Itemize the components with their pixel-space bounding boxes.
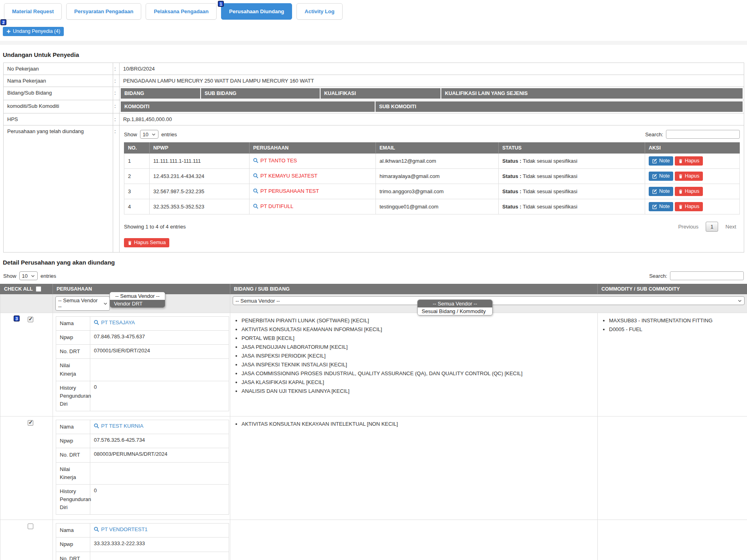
company-detail-cell: Nama PT VENDORTEST1 Npwp 33.323.333.2-22… (53, 520, 230, 560)
tab-material-request[interactable]: Material Request (4, 3, 62, 20)
commodity-list-cell (598, 416, 747, 520)
email-cell: testingque01@gmail.com (376, 199, 499, 214)
pagination: Previous 1 Next (674, 222, 740, 232)
no-cell: 4 (124, 199, 150, 214)
info-row-nama-pekerjaan: Nama Pekerjaan : PENGADAAN LAMPU MERCURY… (4, 75, 744, 87)
search-label: Search: (645, 131, 663, 137)
trash-icon (678, 204, 683, 209)
info-row-hps: HPS : Rp.1,881,450,000.00 (4, 113, 744, 125)
company-info-table: Nama PT TESAJAYA Npwp 07.846.785.3-475.6… (56, 316, 229, 411)
undang-penyedia-label: Undang Penyedia (4) (13, 28, 60, 34)
company-link[interactable]: PT PERUSAHAAN TEST (253, 188, 319, 194)
field-label: Npwp (56, 331, 90, 345)
status-value: Tidak sesuai spesifikasi (523, 173, 577, 179)
vendor-filter-cell: -- Semua Vendor -- -- Semua Vendor -- Ve… (53, 294, 230, 313)
undang-penyedia-button[interactable]: Undang Penyedia (4) (3, 27, 64, 36)
hapus-button[interactable]: Hapus (675, 202, 703, 211)
tab-activity-log[interactable]: Activity Log (296, 3, 342, 20)
entries-label: entries (161, 131, 177, 137)
note-button[interactable]: Note (649, 202, 673, 211)
search-icon (253, 188, 258, 194)
dropdown-option-semua-vendor[interactable]: -- Semua Vendor -- (110, 292, 165, 300)
detail-section-title: Detail Perusahaan yang akan diundang (3, 259, 747, 266)
company-link[interactable]: PT DUTIFULL (253, 203, 293, 209)
col-header-status: STATUS (499, 143, 645, 154)
dropdown-option-vendor-drt[interactable]: Vendor DRT (110, 300, 165, 307)
field-label: Nama (56, 420, 90, 434)
company-link[interactable]: PT TANTO TES (253, 158, 297, 164)
check-all-checkbox[interactable] (36, 286, 41, 292)
company-info-table: Nama PT VENDORTEST1 Npwp 33.323.333.2-22… (56, 523, 229, 560)
row-check-cell: 3 (0, 313, 53, 416)
page-number-button[interactable]: 1 (706, 222, 718, 232)
npwp-value: 07.846.785.3-475.637 (90, 331, 229, 345)
status-prefix: Status : (502, 188, 522, 194)
note-label: Note (659, 173, 670, 179)
tab-label: Material Request (12, 8, 54, 14)
col-header-perusahaan: PERUSAHAAN (250, 143, 376, 154)
dropdown-option-sesuai-bidang[interactable]: Sesuai Bidang / Kommodity (418, 307, 492, 315)
field-label: No Pekerjaan (4, 63, 113, 75)
tab-perusahaan-diundang[interactable]: 1 Perusahaan Diundang (221, 3, 292, 20)
company-link[interactable]: PT VENDORTEST1 (94, 526, 148, 532)
dropdown-option-semua-vendor[interactable]: -- Semua Vendor -- (418, 300, 492, 307)
hapus-button[interactable]: Hapus (675, 172, 703, 181)
col-header-email: EMAIL (376, 143, 499, 154)
vendor-filter-dropdown: -- Semua Vendor -- Vendor DRT (110, 292, 165, 308)
next-page-button[interactable]: Next (722, 222, 740, 231)
company-link[interactable]: PT KEMAYU SEJATEST (253, 173, 317, 179)
list-item: ANALISIS DAN UJI TEKNIS LAINNYA [KECIL] (242, 388, 595, 394)
field-colon: : (113, 113, 120, 125)
note-button[interactable]: Note (649, 187, 673, 196)
company-link[interactable]: PT TESAJAYA (94, 319, 135, 325)
hapus-label: Hapus (685, 173, 699, 179)
hapus-semua-button[interactable]: Hapus Semua (124, 238, 169, 247)
invitation-info-table: No Pekerjaan : 10/BRG/2024 Nama Pekerjaa… (3, 63, 744, 253)
search-input[interactable] (666, 130, 740, 139)
commodity-list-cell (598, 520, 747, 560)
col-header-bidang: BIDANG / SUB BIDANG (230, 284, 598, 294)
note-button[interactable]: Note (649, 156, 673, 166)
company-info-table: Nama PT TEST KURNIA Npwp 07.576.325.6-42… (56, 420, 229, 515)
trash-icon (128, 241, 132, 245)
company-link[interactable]: PT TEST KURNIA (94, 423, 143, 429)
row-checkbox[interactable] (28, 317, 33, 322)
table-row: Nama PT TEST KURNIA Npwp 07.576.325.6-42… (0, 416, 747, 520)
page-size-select[interactable]: 10 (19, 271, 38, 280)
detail-table: CHECK ALL PERUSAHAAN BIDANG / SUB BIDANG… (0, 284, 747, 560)
nama-pekerjaan-value: PENGADAAN LAMPU MERCURY 250 WATT DAN LAM… (120, 75, 744, 87)
page-size-value: 10 (143, 131, 148, 137)
npwp-cell: 12.453.231.4-434.324 (150, 169, 250, 184)
vendor-filter-select[interactable]: -- Semua Vendor -- (55, 296, 110, 311)
invited-table: NO. NPWP PERUSAHAAN EMAIL STATUS AKSI 1 … (124, 142, 740, 214)
hapus-button[interactable]: Hapus (675, 187, 703, 196)
bidang-list: AKTIVITAS KONSULTAN KEKAYAAN INTELEKTUAL… (233, 421, 595, 427)
company-name: PT TANTO TES (260, 158, 297, 164)
previous-page-button[interactable]: Previous (674, 222, 702, 231)
list-item: JASA COMMISSIONING PROSES INDUSTRIAL, QU… (242, 370, 595, 376)
row-checkbox[interactable] (28, 524, 33, 529)
list-item: JASA INSPEKSI TEKNIK INSTALASI [KECIL] (242, 362, 595, 368)
field-colon: : (113, 75, 120, 87)
table-row: 3 32.567.987.5-232.235 PT PERUSAHAAN TES… (124, 184, 740, 199)
table-row: 3 Nama PT TESAJAYA Npwp 07.846.78 (0, 313, 747, 416)
company-name: PT VENDORTEST1 (101, 526, 148, 532)
tab-persyaratan-pengadaan[interactable]: Persyaratan Pengadaan (66, 3, 141, 20)
row-checkbox[interactable] (28, 420, 33, 426)
hapus-button[interactable]: Hapus (675, 156, 703, 166)
search-icon (253, 204, 258, 209)
tab-pelaksana-pengadaan[interactable]: Pelaksana Pengadaan (146, 3, 217, 20)
search-input[interactable] (670, 271, 744, 280)
field-label: Nama Pekerjaan (4, 75, 113, 87)
edit-icon (652, 189, 657, 194)
info-row-no-pekerjaan: No Pekerjaan : 10/BRG/2024 (4, 63, 744, 75)
field-label: No. DRT (56, 345, 90, 359)
page-size-select[interactable]: 10 (140, 130, 158, 139)
field-colon: : (113, 87, 120, 100)
col-header-npwp: NPWP (150, 143, 250, 154)
komoditi-header-cell: KOMODITI (121, 101, 376, 112)
chevron-down-icon (738, 299, 742, 302)
bidang-list-cell (230, 520, 598, 560)
note-button[interactable]: Note (649, 172, 673, 181)
field-colon: : (113, 125, 120, 253)
